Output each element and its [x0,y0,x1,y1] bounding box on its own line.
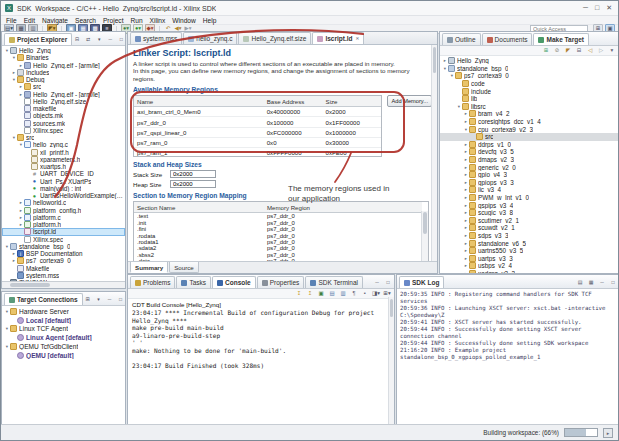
table-row[interactable]: .dataps7_ddr_0 [134,258,422,261]
tree-item-standalone-bsp-0[interactable]: ▾standalone_bsp_0 [2,243,125,250]
tree-item-ddrps-v1-0[interactable]: ▸ddrps_v1_0 [440,141,619,149]
new-make-target-icon[interactable]: ⊞ [542,47,550,55]
tree-item-iic-v3-4[interactable]: ▸iic_v3_4 [440,186,619,194]
console-scrollbar[interactable] [388,297,394,425]
tree-item-xil-printf-h[interactable]: xil_printf.h [2,149,125,156]
table-row[interactable]: axi_bram_ctrl_0_Mem00x400000000x2000 [134,107,381,117]
tree-item-uart-device-id[interactable]: #UART_DEVICE_ID [2,170,125,177]
editor-scrollbar[interactable] [431,45,437,261]
tree-item-uartps-v3-3[interactable]: ▸uartps_v3_3 [440,254,619,262]
tree-item-makefile[interactable]: makefile [2,105,125,112]
column-header[interactable]: Size [323,96,382,107]
tab-hello-zynq-elf-size[interactable]: Hello_Zynq.elf.size [238,32,311,44]
tab-console[interactable]: Console [212,276,256,288]
tree-item-scuwdt-v2-1[interactable]: ▸scuwdt_v2_1 [440,224,619,232]
tab-make-target[interactable]: Make Target [533,33,588,45]
tree-item-gpiops-v3-3[interactable]: ▸gpiops_v3_3 [440,179,619,187]
tree-item-ps7-cortexa9-0[interactable]: ▾ps7_cortexa9_0 [440,72,619,80]
maximize-icon[interactable]: □ [609,279,617,286]
table-row[interactable]: ps7_ram_00x00x30000 [134,137,381,147]
tree-item-usbps-v2-4[interactable]: ▸usbps_v2_4 [440,262,619,270]
tree-item-objects-mk[interactable]: objects.mk [2,112,125,119]
menu-window[interactable]: Window [172,17,195,24]
back-icon[interactable]: ◁ [586,47,594,55]
new-target-icon[interactable]: ⊞ [84,296,92,303]
tree-item-hello-zynq-elf-size[interactable]: Hello_Zynq.elf.size [2,98,125,105]
tab-outline[interactable]: Outline [442,33,481,45]
column-header[interactable]: Name [134,96,264,107]
tab-tasks[interactable]: Tasks [176,276,211,288]
tree-item-platform-h[interactable]: ▸platform.h [2,221,125,228]
section-mapping-table[interactable]: Section NameMemory Region.textps7_ddr_0.… [133,201,429,261]
menu-edit[interactable]: Edit [24,17,35,24]
tab-summary[interactable]: Summary [130,262,168,273]
forward-icon[interactable]: ▷ [597,47,605,55]
table-row[interactable]: ps7_ram_10xFFFF00000xFE00 [134,147,381,157]
clear-log-icon[interactable]: ▤ [576,279,584,286]
tree-item-qspips-v3-4[interactable]: ▸qspips_v3_4 [440,201,619,209]
save-log-icon[interactable]: ▦ [587,279,595,286]
tab-hello-zynq-c[interactable]: hello_zynq.c [183,32,237,44]
prev-annotation-icon[interactable]: ↥ [306,290,314,298]
tree-item-platform-c[interactable]: ▸platform.c [2,214,125,221]
view-menu-icon[interactable]: ▾ [95,36,103,43]
tab-sdk-log[interactable]: SDK Log [399,276,444,288]
view-menu-icon[interactable]: ▾ [95,296,103,303]
column-header[interactable]: Section Name [134,202,264,213]
maximize-window-icon[interactable]: □ [595,4,599,12]
close-icon[interactable]: ✕ [355,36,359,41]
collapse-all-icon[interactable]: ⊟ [575,47,583,55]
show-console-on-output-icon[interactable]: ▣ [317,290,325,298]
clear-console-icon[interactable]: ▤ [328,290,336,298]
close-window-icon[interactable]: ✕ [606,4,612,12]
background-jobs-icon[interactable]: ▸ [603,428,613,438]
tree-item-gpio-v4-3[interactable]: ▸gpio_v4_3 [440,171,619,179]
stack-size-input[interactable] [170,170,216,178]
tree-item-hello-zynq-c[interactable]: ▾hello_zynq.c [2,141,125,148]
scroll-lock-icon[interactable]: ▥ [339,290,347,298]
tree-item-xilinx-spec[interactable]: Xilinx.spec [2,236,125,243]
tree-item-hardware-server[interactable]: ▾Hardware Server [2,307,125,316]
tree-item-code[interactable]: code [440,80,619,88]
tree-item-bram-v4-2[interactable]: ▸bram_v4_2 [440,110,619,118]
tree-item-scutimer-v2-1[interactable]: ▸scutimer_v2_1 [440,216,619,224]
maximize-icon[interactable]: □ [117,296,125,303]
pin-console-icon[interactable]: ▪ [361,290,369,298]
add-memory-button[interactable]: Add Memory... [387,95,432,107]
next-annotation-icon[interactable]: ↧ [295,290,303,298]
minimize-icon[interactable]: ─ [106,36,114,43]
tab-problems[interactable]: Problems [130,276,175,288]
display-selected-console-icon[interactable]: ◨▾ [372,290,380,298]
tree-item-uartns550-v3-5[interactable]: ▸uartns550_v3_5 [440,247,619,255]
column-header[interactable]: Memory Region [264,202,422,213]
view-menu-icon[interactable]: ▾ [608,47,616,55]
tree-item-src[interactable]: src [440,133,619,141]
tree-item-hello-zynq-elf-arm-le[interactable]: ▸Hello_Zynq.elf - [arm/le] [2,62,125,69]
tree-item-helloworld-c[interactable]: ▸helloworld.c [2,199,125,206]
tree-item-main-void-int[interactable]: ●main(void) : int [2,185,125,192]
tree-item-coresightps-dcc-v1-4[interactable]: ▸coresightps_dcc_v1_4 [440,118,619,126]
tab-properties[interactable]: Properties [257,276,305,288]
tree-item-libsrc[interactable]: ▾libsrc [440,103,619,111]
tree-item-generic-v2-0[interactable]: ▸generic_v2_0 [440,163,619,171]
menu-run[interactable]: Run [130,17,142,24]
table-row[interactable]: ps7_ddr_00x1000000x1FF00000 [134,117,381,127]
minimize-window-icon[interactable]: ─ [583,4,588,12]
tree-item-qemu-default[interactable]: QEMU [default] [2,351,125,360]
memory-regions-table[interactable]: NameBase AddressSizeaxi_bram_ctrl_0_Mem0… [133,95,382,157]
tab-lscript-ld[interactable]: lscript.ld✕ [312,32,364,44]
tree-item-platform-config-h[interactable]: ▸platform_config.h [2,207,125,214]
menu-search[interactable]: Search [75,17,96,24]
tree-item-scugic-v3-8[interactable]: ▸scugic_v3_8 [440,209,619,217]
tree-item-cpu-cortexa9-v2-3[interactable]: ▾cpu_cortexa9_v2_3 [440,125,619,133]
tab-source[interactable]: Source [169,262,199,273]
build-make-target-icon[interactable]: ◤ [564,47,572,55]
table-row[interactable]: ps7_qspi_linear_00xFC0000000x1000000 [134,127,381,137]
word-wrap-icon[interactable]: ¶ [350,290,358,298]
tree-item-pwm-w-int-v1-0[interactable]: ▸PWM_w_Int_v1_0 [440,194,619,202]
mapping-table-scrollbar[interactable] [421,211,428,261]
tab-target-connections[interactable]: Target Connections [4,293,83,305]
column-header[interactable]: Base Address [264,96,323,107]
menu-navigate[interactable]: Navigate [42,17,68,24]
tree-item-system-mss[interactable]: system.mss [2,272,125,279]
